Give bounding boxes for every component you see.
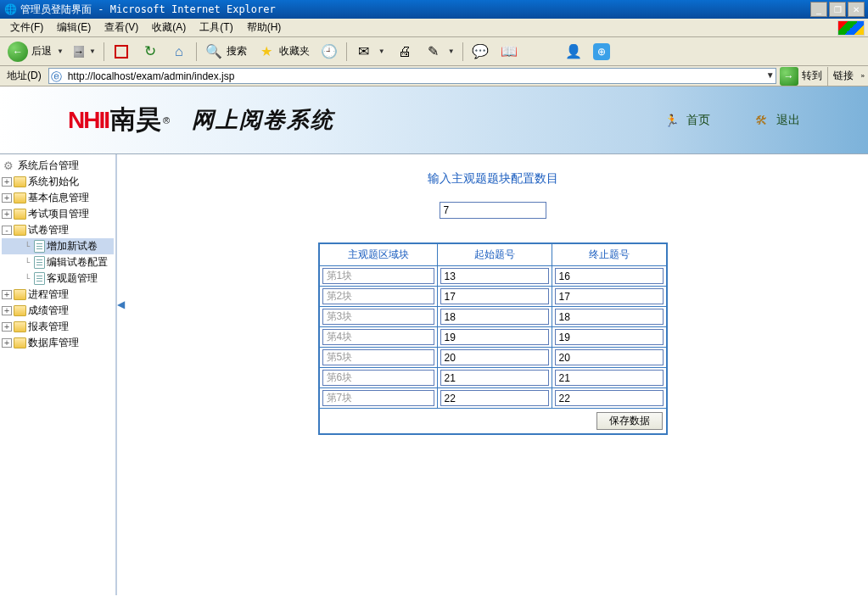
area-input[interactable]: [322, 349, 434, 365]
nav-exit[interactable]: 🛠 退出: [753, 112, 800, 129]
area-input[interactable]: [322, 268, 434, 284]
sidebar-item[interactable]: +基本信息管理: [2, 190, 114, 206]
start-input[interactable]: [440, 329, 549, 345]
history-button[interactable]: 🕘: [316, 40, 343, 64]
forward-button[interactable]: → ▼: [70, 43, 100, 60]
area-input[interactable]: [322, 390, 434, 406]
mail-button[interactable]: ✉▼: [350, 40, 389, 64]
refresh-button[interactable]: ↻: [137, 40, 164, 64]
registered-icon: ®: [163, 115, 170, 125]
nav-home[interactable]: 🏃 首页: [663, 112, 710, 129]
menu-favorites[interactable]: 收藏(A): [145, 19, 193, 36]
folder-icon: [14, 305, 26, 316]
address-dropdown-icon[interactable]: ▼: [766, 70, 775, 80]
table-row: [319, 388, 666, 409]
sidebar-item[interactable]: -试卷管理: [2, 222, 114, 238]
plus-icon[interactable]: +: [2, 209, 12, 219]
gear-icon: ⚙: [2, 159, 14, 172]
end-input[interactable]: [555, 288, 664, 304]
stop-button[interactable]: [108, 40, 135, 64]
tree-root[interactable]: ⚙ 系统后台管理: [2, 158, 114, 174]
back-button[interactable]: ← 后退 ▼: [3, 39, 68, 64]
sidebar-item[interactable]: +数据库管理: [2, 335, 114, 351]
search-button[interactable]: 🔍 搜索: [200, 40, 251, 64]
sidebar-subitem[interactable]: └客观题管理: [2, 270, 114, 287]
home-icon: ⌂: [170, 42, 188, 61]
start-input[interactable]: [440, 390, 549, 406]
minus-icon[interactable]: -: [2, 226, 12, 235]
msn-button[interactable]: 👤: [560, 40, 587, 64]
sidebar: ⚙ 系统后台管理 +系统初始化+基本信息管理+考试项目管理-试卷管理└增加新试卷…: [0, 154, 117, 595]
edit-button[interactable]: ✎▼: [420, 40, 459, 64]
folder-icon: [14, 225, 26, 236]
sidebar-item[interactable]: +考试项目管理: [2, 206, 114, 222]
favorites-button[interactable]: ★ 收藏夹: [253, 40, 314, 64]
block-count-input[interactable]: [440, 202, 546, 219]
mail-icon: ✉: [355, 42, 373, 61]
area-input[interactable]: [322, 329, 434, 345]
menu-view[interactable]: 查看(V): [98, 19, 145, 36]
start-input[interactable]: [440, 349, 549, 365]
start-input[interactable]: [440, 370, 549, 386]
end-input[interactable]: [555, 390, 664, 406]
start-input[interactable]: [440, 309, 549, 325]
plus-icon[interactable]: +: [2, 193, 12, 203]
home-button[interactable]: ⌂: [165, 40, 193, 64]
table-row: [319, 348, 666, 368]
start-input[interactable]: [440, 268, 549, 284]
content: 输入主观题题块配置数目 主观题区域块 起始题号 终止题号: [117, 154, 868, 595]
plus-icon[interactable]: +: [2, 177, 12, 187]
end-input[interactable]: [555, 329, 664, 345]
area-input[interactable]: [322, 309, 434, 325]
links-label[interactable]: 链接: [833, 69, 854, 83]
sidebar-item[interactable]: +报表管理: [2, 319, 114, 335]
plus-icon[interactable]: +: [2, 338, 12, 348]
close-button[interactable]: ✕: [848, 2, 865, 17]
tools-icon: 🛠: [753, 112, 770, 129]
plus-icon[interactable]: +: [2, 290, 12, 299]
area-input[interactable]: [322, 288, 434, 304]
start-input[interactable]: [440, 288, 549, 304]
messenger-button[interactable]: ⊕: [589, 41, 614, 63]
sidebar-item[interactable]: +进程管理: [2, 287, 114, 303]
maximize-button[interactable]: ❐: [829, 2, 846, 17]
area-input[interactable]: [322, 370, 434, 386]
tree-line: └: [22, 242, 32, 251]
sidebar-subitem[interactable]: └编辑试卷配置: [2, 254, 114, 270]
tree-line: └: [22, 258, 32, 267]
sidebar-item-label: 进程管理: [28, 287, 69, 302]
menu-file[interactable]: 文件(F): [3, 19, 50, 36]
sidebar-subitem-label: 客观题管理: [47, 271, 98, 286]
file-icon: [34, 256, 45, 269]
sidebar-subitem[interactable]: └增加新试卷: [2, 238, 114, 254]
discuss-button[interactable]: 💬: [467, 40, 494, 64]
sidebar-item[interactable]: +系统初始化: [2, 174, 114, 190]
save-button[interactable]: 保存数据: [596, 412, 663, 430]
minimize-button[interactable]: _: [810, 2, 827, 17]
end-input[interactable]: [555, 370, 664, 386]
plus-icon[interactable]: +: [2, 306, 12, 315]
menu-edit[interactable]: 编辑(E): [50, 19, 98, 36]
go-button[interactable]: →: [780, 67, 798, 86]
file-icon: [34, 272, 45, 285]
chevron-down-icon: ▼: [57, 47, 64, 55]
research-button[interactable]: 📖: [496, 40, 523, 64]
menu-help[interactable]: 帮助(H): [240, 19, 288, 36]
sidebar-item-label: 数据库管理: [28, 336, 79, 350]
plus-icon[interactable]: +: [2, 322, 12, 332]
collapse-handle-icon[interactable]: ◀: [117, 298, 125, 310]
end-input[interactable]: [555, 268, 664, 284]
nav-home-label: 首页: [686, 113, 710, 128]
brand-logo-cn: 南昊: [110, 103, 161, 137]
address-input[interactable]: [48, 68, 776, 84]
run-icon: 🏃: [663, 112, 680, 129]
sidebar-item[interactable]: +成绩管理: [2, 303, 114, 319]
end-input[interactable]: [555, 309, 664, 325]
tree-root-label: 系统后台管理: [18, 159, 79, 173]
end-input[interactable]: [555, 349, 664, 365]
menu-tools[interactable]: 工具(T): [193, 19, 239, 36]
print-button[interactable]: 🖨: [391, 40, 418, 64]
sidebar-item-label: 系统初始化: [28, 175, 79, 189]
star-icon: ★: [257, 42, 276, 61]
file-icon: [34, 240, 45, 253]
